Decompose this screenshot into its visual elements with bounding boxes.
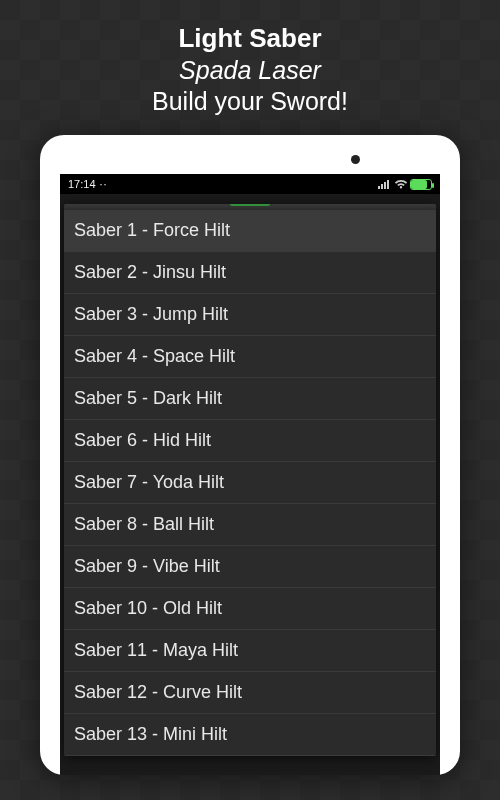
status-bar: 17:14 ··: [60, 174, 440, 194]
title-line-1: Light Saber: [152, 22, 348, 55]
list-item[interactable]: Saber 12 - Curve Hilt: [64, 672, 436, 714]
tablet-screen: 17:14 ·· Saber 1 - Force HiltSaber 2 - J…: [60, 174, 440, 775]
battery-icon: [410, 179, 432, 190]
popup-handle: [64, 204, 436, 210]
signal-icon: [378, 179, 390, 189]
promo-header: Light Saber Spada Laser Build your Sword…: [152, 22, 348, 117]
list-item[interactable]: Saber 9 - Vibe Hilt: [64, 546, 436, 588]
app-area: Saber 1 - Force HiltSaber 2 - Jinsu Hilt…: [60, 194, 440, 775]
title-line-2: Spada Laser: [152, 55, 348, 86]
list-item[interactable]: Saber 5 - Dark Hilt: [64, 378, 436, 420]
list-item[interactable]: Saber 1 - Force Hilt: [64, 210, 436, 252]
saber-list[interactable]: Saber 1 - Force HiltSaber 2 - Jinsu Hilt…: [64, 210, 436, 756]
tablet-camera: [351, 155, 360, 164]
list-item[interactable]: Saber 3 - Jump Hilt: [64, 294, 436, 336]
status-dots: ··: [100, 178, 108, 190]
tablet-frame: 17:14 ·· Saber 1 - Force HiltSaber 2 - J…: [40, 135, 460, 775]
list-item[interactable]: Saber 13 - Mini Hilt: [64, 714, 436, 756]
title-line-3: Build your Sword!: [152, 86, 348, 117]
list-item[interactable]: Saber 4 - Space Hilt: [64, 336, 436, 378]
list-item[interactable]: Saber 7 - Yoda Hilt: [64, 462, 436, 504]
list-item[interactable]: Saber 6 - Hid Hilt: [64, 420, 436, 462]
list-item[interactable]: Saber 11 - Maya Hilt: [64, 630, 436, 672]
list-item[interactable]: Saber 8 - Ball Hilt: [64, 504, 436, 546]
list-item[interactable]: Saber 2 - Jinsu Hilt: [64, 252, 436, 294]
list-item[interactable]: Saber 10 - Old Hilt: [64, 588, 436, 630]
status-time: 17:14: [68, 178, 96, 190]
saber-select-popup: Saber 1 - Force HiltSaber 2 - Jinsu Hilt…: [64, 204, 436, 756]
wifi-icon: [394, 179, 406, 189]
